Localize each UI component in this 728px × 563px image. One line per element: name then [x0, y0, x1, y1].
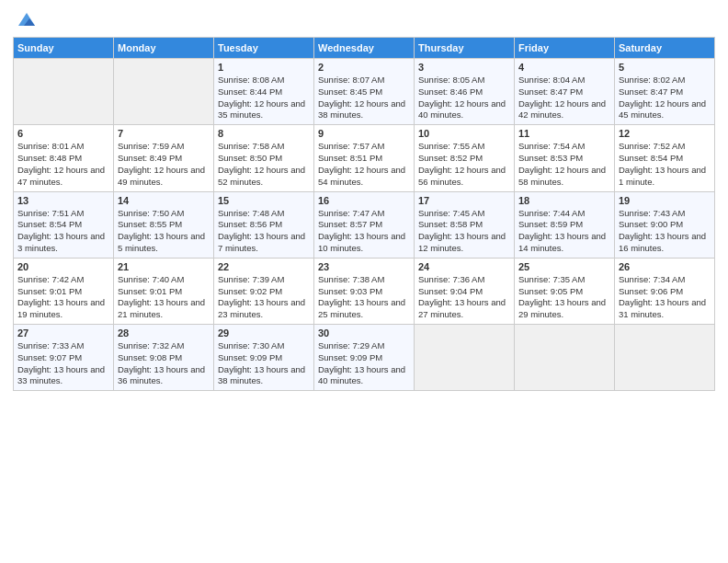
calendar-cell: 28Sunrise: 7:32 AM Sunset: 9:08 PM Dayli…: [114, 325, 214, 391]
day-number: 2: [318, 62, 410, 73]
calendar-week-2: 13Sunrise: 7:51 AM Sunset: 8:54 PM Dayli…: [14, 191, 715, 258]
calendar-cell: 21Sunrise: 7:40 AM Sunset: 9:01 PM Dayli…: [114, 258, 214, 324]
day-number: 17: [418, 195, 510, 206]
day-number: 1: [218, 62, 310, 73]
calendar-cell: [615, 325, 715, 391]
day-info: Sunrise: 8:02 AM Sunset: 8:47 PM Dayligh…: [619, 75, 711, 121]
day-info: Sunrise: 7:35 AM Sunset: 9:05 PM Dayligh…: [518, 274, 610, 321]
calendar-cell: 8Sunrise: 7:58 AM Sunset: 8:50 PM Daylig…: [214, 125, 314, 191]
day-number: 12: [619, 128, 711, 139]
day-info: Sunrise: 7:39 AM Sunset: 9:02 PM Dayligh…: [218, 274, 310, 321]
calendar-cell: 14Sunrise: 7:50 AM Sunset: 8:55 PM Dayli…: [114, 191, 214, 258]
day-info: Sunrise: 7:54 AM Sunset: 8:53 PM Dayligh…: [518, 141, 610, 188]
calendar-cell: 13Sunrise: 7:51 AM Sunset: 8:54 PM Dayli…: [14, 191, 114, 258]
calendar-cell: 19Sunrise: 7:43 AM Sunset: 9:00 PM Dayli…: [615, 191, 715, 258]
day-info: Sunrise: 7:59 AM Sunset: 8:49 PM Dayligh…: [118, 141, 210, 188]
day-info: Sunrise: 7:50 AM Sunset: 8:55 PM Dayligh…: [118, 208, 210, 255]
day-info: Sunrise: 7:40 AM Sunset: 9:01 PM Dayligh…: [118, 274, 210, 321]
calendar-cell: 7Sunrise: 7:59 AM Sunset: 8:49 PM Daylig…: [114, 125, 214, 191]
day-number: 26: [619, 261, 711, 272]
day-number: 11: [518, 128, 610, 139]
calendar-cell: 15Sunrise: 7:48 AM Sunset: 8:56 PM Dayli…: [214, 191, 314, 258]
calendar-header-saturday: Saturday: [615, 38, 715, 59]
day-number: 23: [318, 261, 410, 272]
calendar-week-0: 1Sunrise: 8:08 AM Sunset: 8:44 PM Daylig…: [14, 59, 715, 125]
calendar-cell: 27Sunrise: 7:33 AM Sunset: 9:07 PM Dayli…: [14, 325, 114, 391]
day-info: Sunrise: 7:36 AM Sunset: 9:04 PM Dayligh…: [418, 274, 510, 321]
day-info: Sunrise: 7:47 AM Sunset: 8:57 PM Dayligh…: [318, 208, 410, 255]
calendar-header-sunday: Sunday: [14, 38, 114, 59]
calendar-cell: [14, 59, 114, 125]
day-info: Sunrise: 8:08 AM Sunset: 8:44 PM Dayligh…: [218, 75, 310, 121]
calendar-header-tuesday: Tuesday: [214, 38, 314, 59]
calendar-cell: 16Sunrise: 7:47 AM Sunset: 8:57 PM Dayli…: [314, 191, 415, 258]
calendar-cell: 2Sunrise: 8:07 AM Sunset: 8:45 PM Daylig…: [314, 59, 415, 125]
calendar-cell: 10Sunrise: 7:55 AM Sunset: 8:52 PM Dayli…: [415, 125, 515, 191]
day-info: Sunrise: 7:29 AM Sunset: 9:09 PM Dayligh…: [318, 340, 410, 387]
day-number: 6: [17, 128, 109, 139]
day-info: Sunrise: 7:45 AM Sunset: 8:58 PM Dayligh…: [418, 208, 510, 255]
day-info: Sunrise: 8:01 AM Sunset: 8:48 PM Dayligh…: [17, 141, 109, 188]
calendar-header-monday: Monday: [114, 38, 214, 59]
calendar-week-3: 20Sunrise: 7:42 AM Sunset: 9:01 PM Dayli…: [14, 258, 715, 324]
calendar-header-thursday: Thursday: [415, 38, 515, 59]
day-info: Sunrise: 7:42 AM Sunset: 9:01 PM Dayligh…: [17, 274, 109, 321]
day-info: Sunrise: 7:51 AM Sunset: 8:54 PM Dayligh…: [17, 208, 109, 255]
day-info: Sunrise: 7:43 AM Sunset: 9:00 PM Dayligh…: [619, 208, 711, 255]
day-info: Sunrise: 7:55 AM Sunset: 8:52 PM Dayligh…: [418, 141, 510, 188]
calendar-cell: 17Sunrise: 7:45 AM Sunset: 8:58 PM Dayli…: [415, 191, 515, 258]
day-number: 19: [619, 195, 711, 206]
calendar-cell: 29Sunrise: 7:30 AM Sunset: 9:09 PM Dayli…: [214, 325, 314, 391]
day-info: Sunrise: 7:30 AM Sunset: 9:09 PM Dayligh…: [218, 340, 310, 387]
calendar-week-4: 27Sunrise: 7:33 AM Sunset: 9:07 PM Dayli…: [14, 325, 715, 391]
day-number: 21: [118, 261, 210, 272]
day-number: 27: [17, 327, 109, 339]
calendar-header-friday: Friday: [515, 38, 615, 59]
calendar-table: SundayMondayTuesdayWednesdayThursdayFrid…: [13, 37, 715, 391]
calendar-cell: 1Sunrise: 8:08 AM Sunset: 8:44 PM Daylig…: [214, 59, 314, 125]
day-info: Sunrise: 7:38 AM Sunset: 9:03 PM Dayligh…: [318, 274, 410, 321]
day-info: Sunrise: 7:52 AM Sunset: 8:54 PM Dayligh…: [619, 141, 711, 188]
day-number: 7: [118, 128, 210, 139]
day-info: Sunrise: 8:04 AM Sunset: 8:47 PM Dayligh…: [518, 75, 610, 121]
calendar-header-row: SundayMondayTuesdayWednesdayThursdayFrid…: [14, 38, 715, 59]
logo-icon: [17, 9, 37, 29]
calendar-cell: 26Sunrise: 7:34 AM Sunset: 9:06 PM Dayli…: [615, 258, 715, 324]
calendar-cell: 12Sunrise: 7:52 AM Sunset: 8:54 PM Dayli…: [615, 125, 715, 191]
calendar-cell: 4Sunrise: 8:04 AM Sunset: 8:47 PM Daylig…: [515, 59, 615, 125]
calendar-header-wednesday: Wednesday: [314, 38, 415, 59]
day-number: 16: [318, 195, 410, 206]
calendar-week-1: 6Sunrise: 8:01 AM Sunset: 8:48 PM Daylig…: [14, 125, 715, 191]
calendar-cell: 3Sunrise: 8:05 AM Sunset: 8:46 PM Daylig…: [415, 59, 515, 125]
day-number: 25: [518, 261, 610, 272]
day-number: 15: [218, 195, 310, 206]
day-number: 3: [418, 62, 510, 73]
calendar-cell: 23Sunrise: 7:38 AM Sunset: 9:03 PM Dayli…: [314, 258, 415, 324]
calendar-cell: [114, 59, 214, 125]
page: SundayMondayTuesdayWednesdayThursdayFrid…: [0, 0, 728, 563]
calendar-cell: [515, 325, 615, 391]
day-number: 18: [518, 195, 610, 206]
calendar-cell: 9Sunrise: 7:57 AM Sunset: 8:51 PM Daylig…: [314, 125, 415, 191]
day-number: 8: [218, 128, 310, 139]
day-number: 13: [17, 195, 109, 206]
calendar-cell: [415, 325, 515, 391]
day-info: Sunrise: 8:05 AM Sunset: 8:46 PM Dayligh…: [418, 75, 510, 121]
day-number: 29: [218, 327, 310, 339]
calendar-cell: 20Sunrise: 7:42 AM Sunset: 9:01 PM Dayli…: [14, 258, 114, 324]
day-info: Sunrise: 7:57 AM Sunset: 8:51 PM Dayligh…: [318, 141, 410, 188]
day-info: Sunrise: 7:48 AM Sunset: 8:56 PM Dayligh…: [218, 208, 310, 255]
day-number: 10: [418, 128, 510, 139]
day-info: Sunrise: 7:33 AM Sunset: 9:07 PM Dayligh…: [17, 340, 109, 387]
calendar-cell: 30Sunrise: 7:29 AM Sunset: 9:09 PM Dayli…: [314, 325, 415, 391]
calendar-cell: 6Sunrise: 8:01 AM Sunset: 8:48 PM Daylig…: [14, 125, 114, 191]
day-number: 22: [218, 261, 310, 272]
calendar-cell: 25Sunrise: 7:35 AM Sunset: 9:05 PM Dayli…: [515, 258, 615, 324]
day-info: Sunrise: 7:58 AM Sunset: 8:50 PM Dayligh…: [218, 141, 310, 188]
day-number: 5: [619, 62, 711, 73]
day-number: 28: [118, 327, 210, 339]
day-info: Sunrise: 7:34 AM Sunset: 9:06 PM Dayligh…: [619, 274, 711, 321]
day-number: 24: [418, 261, 510, 272]
day-info: Sunrise: 7:32 AM Sunset: 9:08 PM Dayligh…: [118, 340, 210, 387]
day-number: 14: [118, 195, 210, 206]
